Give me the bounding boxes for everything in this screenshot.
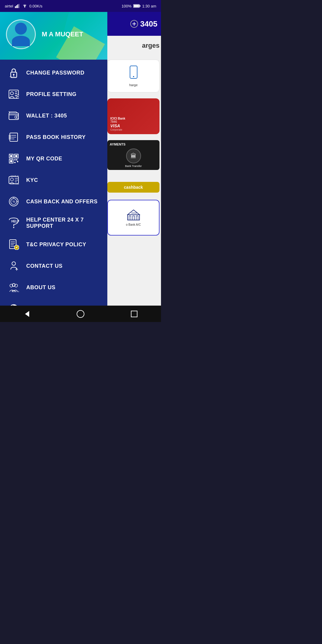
svg-text:%: % <box>13 200 15 203</box>
svg-text:HELP: HELP <box>11 220 19 223</box>
svg-marker-78 <box>25 311 29 317</box>
status-left: airtel 0.00K/s <box>5 4 42 8</box>
avatar-body <box>12 36 30 46</box>
svg-rect-46 <box>14 159 16 160</box>
bank-transfer-icon: 🏛 <box>126 148 141 163</box>
menu-label-kyc: KYC <box>26 177 38 183</box>
kyc-icon: KNOW YOUR CUSTOMER <box>7 174 20 187</box>
svg-point-51 <box>10 178 13 181</box>
lock-icon: * * * * <box>7 66 20 79</box>
menu-label-qr-code: MY QR CODE <box>26 156 62 162</box>
phone-icon <box>128 65 140 83</box>
bank-building-icon: BANK <box>126 209 141 221</box>
visa-label: VISA <box>110 123 157 128</box>
navigation-drawer: M A MUQEET * * * * CHANGE PASSWORD <box>0 0 107 322</box>
help-icon: HELP <box>7 216 20 230</box>
menu-item-cashback[interactable]: % CASH BACK AND OFFERS <box>0 191 107 212</box>
status-right: 100% 1:30 am <box>122 4 156 8</box>
svg-point-30 <box>16 117 17 118</box>
svg-rect-47 <box>16 159 17 160</box>
signal-icon <box>15 4 20 8</box>
battery-label: 100% <box>122 4 131 8</box>
menu-label-profile-setting: PROFILE SETTING <box>26 91 77 97</box>
visa-card[interactable]: ICICI Bank 7846 VISA Corporate <box>107 98 160 134</box>
passbook-icon <box>7 131 20 144</box>
recharge-card[interactable]: harge <box>107 60 160 92</box>
svg-point-4 <box>24 7 25 8</box>
bank-transfer-label: Bank Transfer <box>125 165 142 168</box>
svg-point-24 <box>10 92 13 95</box>
policy-icon <box>7 238 20 251</box>
avatar-icon <box>12 23 30 46</box>
svg-point-20 <box>13 74 15 75</box>
svg-rect-16 <box>133 216 134 220</box>
svg-rect-2 <box>17 4 18 8</box>
svg-rect-7 <box>134 5 139 7</box>
menu-item-privacy[interactable]: T&C PRIVACY POLICY <box>0 234 107 255</box>
svg-rect-3 <box>18 4 19 8</box>
svg-text:BANK: BANK <box>131 212 137 214</box>
svg-rect-48 <box>17 161 18 162</box>
svg-point-68 <box>12 262 16 265</box>
svg-rect-80 <box>131 311 137 317</box>
svg-rect-1 <box>16 5 17 8</box>
menu-label-about: ABOUT US <box>26 284 55 291</box>
contact-icon <box>7 259 20 273</box>
menu-item-wallet[interactable]: WALLET : 3405 <box>0 105 107 126</box>
status-bar: airtel 0.00K/s 100% 1:30 am <box>0 0 161 12</box>
menu-label-wallet: WALLET : 3405 <box>26 113 67 119</box>
bank-transfer-container[interactable]: 🏛 Bank Transfer <box>110 148 157 168</box>
menu-item-contact[interactable]: CONTACT US <box>0 255 107 277</box>
svg-point-12 <box>133 76 134 77</box>
back-button[interactable] <box>19 306 34 321</box>
carrier-label: airtel <box>5 4 13 8</box>
menu-item-qr-code[interactable]: MY QR CODE <box>0 148 107 169</box>
svg-rect-15 <box>129 216 131 220</box>
menu-label-change-password: CHANGE PASSWORD <box>26 70 84 76</box>
card-type: Corporate <box>110 128 157 131</box>
battery-icon <box>133 4 140 8</box>
menu-item-change-password[interactable]: * * * * CHANGE PASSWORD <box>0 62 107 83</box>
menu-item-help[interactable]: HELP HELP CENTER 24 X 7 SUPPORT <box>0 212 107 234</box>
menu-label-privacy: T&C PRIVACY POLICY <box>26 242 86 248</box>
svg-rect-43 <box>15 155 17 157</box>
charges-text: arges <box>142 42 160 49</box>
svg-point-61 <box>13 227 14 228</box>
svg-rect-6 <box>140 5 140 7</box>
menu-label-cashback: CASH BACK AND OFFERS <box>26 199 97 205</box>
svg-text:CUSTOMER: CUSTOMER <box>10 183 19 185</box>
header-amount: 3405 <box>140 19 157 29</box>
svg-rect-45 <box>10 160 12 162</box>
menu-label-help: HELP CENTER 24 X 7 SUPPORT <box>26 217 100 229</box>
avatar <box>6 19 36 49</box>
recharge-label: harge <box>129 83 137 87</box>
payments-label: AYMENTS <box>110 143 157 146</box>
menu-item-kyc[interactable]: KNOW YOUR CUSTOMER KYC <box>0 169 107 191</box>
qr-icon <box>7 152 20 165</box>
speed-label: 0.00K/s <box>29 4 42 8</box>
recents-button[interactable] <box>127 306 142 321</box>
svg-rect-17 <box>136 216 138 220</box>
svg-text:* * * *: * * * * <box>10 76 15 78</box>
bank-name: ICICI Bank <box>110 117 157 120</box>
cashback-icon: % <box>7 195 20 208</box>
wallet-header: 3405 <box>107 12 161 36</box>
menu-item-pass-book[interactable]: PASS BOOK HISTORY <box>0 126 107 148</box>
avatar-head <box>15 23 27 35</box>
svg-rect-41 <box>10 155 12 157</box>
add-icon <box>130 20 138 28</box>
menu-label-pass-book: PASS BOOK HISTORY <box>26 134 86 140</box>
menu-item-profile-setting[interactable]: PROFILE SETTING <box>0 83 107 105</box>
about-icon: ABOUT US <box>7 281 20 294</box>
svg-rect-0 <box>15 6 16 8</box>
bank-account-card[interactable]: BANK o Bank A/C <box>107 200 160 236</box>
menu-list: * * * * CHANGE PASSWORD P <box>0 60 107 322</box>
menu-label-contact: CONTACT US <box>26 263 63 269</box>
home-button[interactable] <box>73 306 88 321</box>
cashback-button[interactable]: cashback <box>107 182 160 193</box>
time-label: 1:30 am <box>142 4 156 8</box>
wallet-icon <box>7 109 20 122</box>
svg-rect-49 <box>14 162 16 163</box>
menu-item-about[interactable]: ABOUT US ABOUT US <box>0 277 107 298</box>
bottom-nav <box>0 306 161 322</box>
